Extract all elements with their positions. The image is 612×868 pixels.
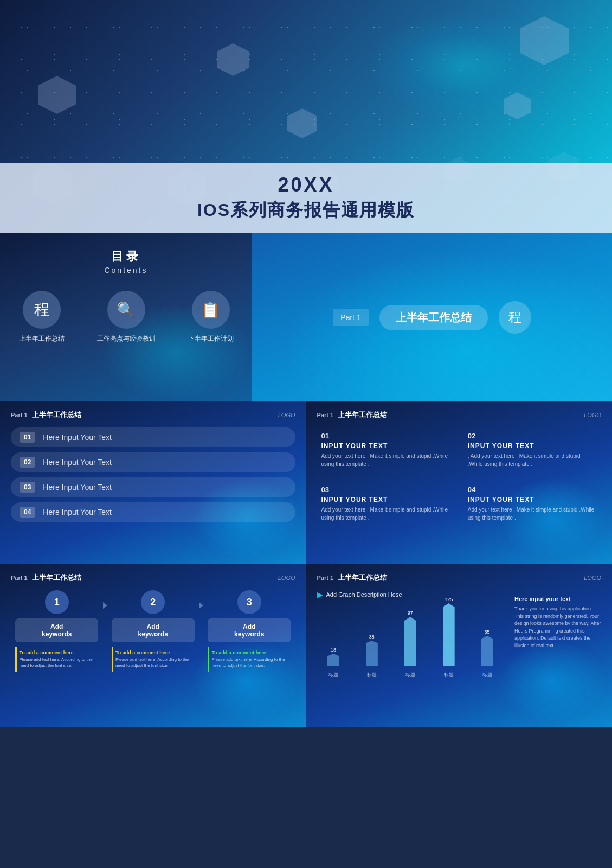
slide-b: Part 1 上半年工作总结 LOGO 01 INPUT YOUR TEXT A… (306, 401, 613, 564)
slide-c-part-tag: Part 1 (11, 575, 28, 581)
step-comment-3: To add a comment here Please add text he… (208, 647, 291, 672)
contents-icon-3: 📋 下半年工作计划 (188, 291, 234, 343)
step-comment-1: To add a comment here Please add text he… (15, 647, 98, 672)
step-keyword-1: Addkeywords (20, 623, 94, 638)
slide-c-logo: LOGO (278, 575, 295, 581)
bar-value-2: 38 (369, 634, 375, 640)
contents-icon-circle-2: 🔍 (107, 291, 145, 329)
contents-left-panel: 目录 Contents 程 上半年工作总结 🔍 工作亮点与经验教训 📋 下半年工… (0, 233, 252, 401)
bar-5 (481, 636, 493, 666)
slide-a-part-title: 上半年工作总结 (32, 410, 81, 420)
step-box-1: Addkeywords (15, 618, 98, 642)
slide-c-part-title: 上半年工作总结 (32, 573, 81, 583)
slide-d: Part 1 上半年工作总结 LOGO ▶ Add Graph Descript… (306, 564, 613, 727)
contents-icons-row: 程 上半年工作总结 🔍 工作亮点与经验教训 📋 下半年工作计划 (19, 291, 234, 343)
step-2: 2 Addkeywords To add a comment here Plea… (107, 590, 199, 672)
chart-label-1: 标题 (317, 672, 350, 679)
slide-b-part-tag: Part 1 (317, 412, 334, 418)
slide-a: Part 1 上半年工作总结 LOGO 01 Here Input Your T… (0, 401, 306, 564)
list-text-2: Here Input Your Text (43, 458, 112, 467)
bar-group-1: 18 (317, 647, 350, 666)
list-item-3: 03 Here Input Your Text (11, 477, 295, 497)
contents-section: 目录 Contents 程 上半年工作总结 🔍 工作亮点与经验教训 📋 下半年工… (0, 233, 612, 401)
contents-title-cn: 目录 (111, 248, 141, 265)
chart-right-title: Here input your text (514, 596, 601, 602)
bar-3 (404, 617, 416, 666)
step-comment-2: To add a comment here Please add text he… (112, 647, 195, 672)
chart-label-3: 标题 (394, 672, 427, 679)
bar-group-5: 55 (471, 629, 504, 666)
list-item-2: 02 Here Input Your Text (11, 452, 295, 472)
list-item-4: 04 Here Input Your Text (11, 502, 295, 522)
bar-value-3: 97 (408, 610, 413, 616)
slides-grid: Part 1 上半年工作总结 LOGO 01 Here Input Your T… (0, 401, 612, 727)
list-text-3: Here Input Your Text (43, 483, 112, 492)
chart-icon: ▶ (317, 590, 323, 599)
list-text-1: Here Input Your Text (43, 433, 112, 442)
step-comment-text-1: Please add text here. According to the n… (19, 656, 96, 668)
step-circle-1: 1 (45, 590, 69, 614)
box-item-1: 01 INPUT YOUR TEXT Add your text here . … (317, 427, 455, 473)
part-icon-right: 程 (499, 301, 531, 334)
contents-label-1: 上半年工作总结 (19, 334, 65, 343)
hero-title-band: 20XX IOS系列商务报告通用模版 (0, 163, 612, 233)
bar-value-1: 18 (331, 647, 336, 653)
slide-a-header: Part 1 上半年工作总结 LOGO (11, 410, 295, 420)
step-keyword-2: Addkeywords (116, 623, 190, 638)
box-desc-1: Add your text here . Make it simple and … (321, 452, 450, 468)
list-num-1: 01 (20, 432, 35, 443)
slide-b-logo: LOGO (584, 412, 601, 418)
step-1: 1 Addkeywords To add a comment here Plea… (11, 590, 103, 672)
hero-year: 20XX (278, 174, 334, 196)
slide-a-part-tag: Part 1 (11, 412, 28, 418)
list-text-4: Here Input Your Text (43, 508, 112, 516)
box-desc-4: Add your text here . Make it simple and … (468, 506, 597, 522)
bar-group-2: 38 (355, 634, 388, 666)
hero-subtitle: IOS系列商务报告通用模版 (197, 199, 415, 222)
step-circle-2: 2 (141, 590, 165, 614)
step-3: 3 Addkeywords To add a comment here Plea… (203, 590, 295, 672)
slide-d-part-title: 上半年工作总结 (338, 573, 387, 583)
step-comment-title-3: To add a comment here (211, 650, 288, 655)
part-badge: Part 1 (333, 309, 368, 326)
box-num-3: 03 (321, 486, 450, 494)
slide-d-logo: LOGO (584, 575, 601, 581)
box-num-1: 01 (321, 432, 450, 440)
chart-bars-row: 18 38 97 125 (317, 603, 504, 668)
box-item-2: 02 INPUT YOUR TEXT , Add your text here … (463, 427, 601, 473)
step-comment-text-3: Please add text here. According to the n… (211, 656, 288, 668)
list-item-1: 01 Here Input Your Text (11, 427, 295, 447)
slide-d-part-tag: Part 1 (317, 575, 334, 581)
steps-container: 1 Addkeywords To add a comment here Plea… (11, 590, 295, 672)
bar-group-4: 125 (432, 597, 465, 666)
slide-c-header: Part 1 上半年工作总结 LOGO (11, 573, 295, 583)
step-comment-text-2: Please add text here. According to the n… (115, 656, 192, 668)
step-box-3: Addkeywords (208, 618, 291, 642)
chart-title-text: Add Graph Description Hese (326, 591, 402, 598)
bar-4 (443, 603, 455, 666)
bar-value-4: 125 (444, 597, 453, 602)
step-keyword-3: Addkeywords (212, 623, 286, 638)
chart-content: ▶ Add Graph Description Hese 18 38 97 (317, 590, 602, 679)
slide-a-logo: LOGO (278, 412, 295, 418)
box-num-2: 02 (468, 432, 597, 440)
bar-value-5: 55 (485, 629, 490, 635)
chart-label-2: 标题 (355, 672, 388, 679)
box-title-3: INPUT YOUR TEXT (321, 496, 450, 503)
contents-icon-2: 🔍 工作亮点与经验教训 (97, 291, 156, 343)
slide-a-list: 01 Here Input Your Text 02 Here Input Yo… (11, 427, 295, 522)
hero-section: 20XX IOS系列商务报告通用模版 (0, 0, 612, 233)
chart-right-desc: Thank you for using this application. Th… (514, 605, 601, 649)
step-box-2: Addkeywords (112, 618, 195, 642)
bar-group-3: 97 (394, 610, 427, 666)
box-title-1: INPUT YOUR TEXT (321, 442, 450, 450)
step-comment-title-1: To add a comment here (19, 650, 96, 655)
list-num-4: 04 (20, 507, 35, 518)
slide-b-grid: 01 INPUT YOUR TEXT Add your text here . … (317, 427, 602, 526)
bar-2 (366, 641, 378, 666)
slide-b-header: Part 1 上半年工作总结 LOGO (317, 410, 602, 420)
slide-c: Part 1 上半年工作总结 LOGO 1 Addkeywords To add… (0, 564, 306, 727)
contents-label-3: 下半年工作计划 (188, 334, 234, 343)
arrow-2 (199, 602, 203, 609)
box-item-3: 03 INPUT YOUR TEXT Add your text here . … (317, 481, 455, 526)
